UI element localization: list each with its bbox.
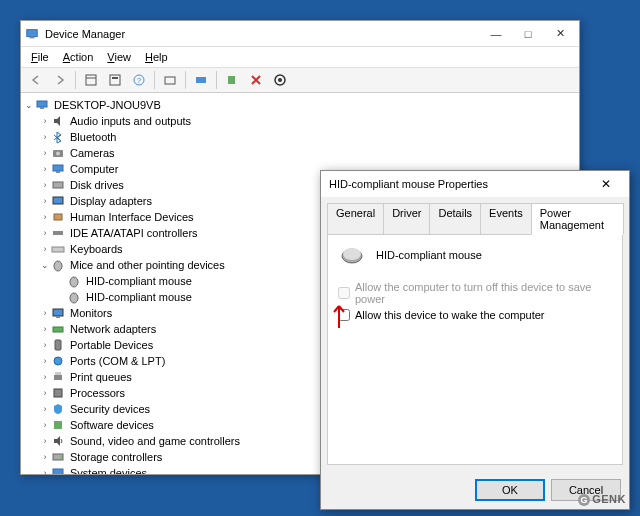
expand-icon[interactable]	[55, 275, 67, 287]
system-icon	[51, 466, 65, 474]
show-hide-button[interactable]	[80, 69, 102, 91]
expand-icon[interactable]: ›	[39, 131, 51, 143]
svg-point-26	[70, 293, 78, 303]
tree-label: Cameras	[68, 147, 117, 159]
expand-icon[interactable]: ›	[39, 211, 51, 223]
tab-events[interactable]: Events	[480, 203, 532, 234]
expand-icon[interactable]: ›	[39, 403, 51, 415]
print-icon	[51, 370, 65, 384]
expand-icon[interactable]: ⌄	[39, 259, 51, 271]
maximize-button[interactable]: □	[513, 24, 543, 44]
expand-icon[interactable]: ›	[39, 147, 51, 159]
tab-driver[interactable]: Driver	[383, 203, 430, 234]
expand-icon[interactable]: ›	[39, 355, 51, 367]
tree-label: Network adapters	[68, 323, 158, 335]
svg-rect-38	[53, 469, 63, 474]
expand-icon[interactable]: ›	[39, 163, 51, 175]
expand-icon[interactable]: ›	[39, 371, 51, 383]
tree-label: Storage controllers	[68, 451, 164, 463]
expand-icon[interactable]: ⌄	[23, 99, 35, 111]
svg-rect-34	[54, 389, 62, 397]
tree-label: DESKTOP-JNOU9VB	[52, 99, 163, 111]
hid-icon	[51, 210, 65, 224]
properties-button[interactable]	[104, 69, 126, 91]
menu-file[interactable]: File	[25, 49, 55, 65]
properties-dialog: HID-compliant mouse Properties ✕ General…	[320, 170, 630, 510]
tab-power-management[interactable]: Power Management	[531, 203, 624, 235]
tree-label: Bluetooth	[68, 131, 118, 143]
tree-item[interactable]: › Cameras	[23, 145, 577, 161]
uninstall-button[interactable]	[245, 69, 267, 91]
svg-rect-35	[54, 421, 62, 429]
network-icon	[51, 322, 65, 336]
tree-label: Software devices	[68, 419, 156, 431]
svg-rect-18	[56, 171, 60, 173]
svg-rect-30	[55, 340, 61, 350]
expand-icon[interactable]: ›	[39, 227, 51, 239]
display-icon	[51, 194, 65, 208]
menu-view[interactable]: View	[101, 49, 137, 65]
checkbox-allow-wake[interactable]: Allow this device to wake the computer	[338, 309, 612, 321]
expand-icon[interactable]	[55, 291, 67, 303]
close-button[interactable]: ✕	[545, 24, 575, 44]
ports-icon	[51, 354, 65, 368]
menu-action[interactable]: Action	[57, 49, 100, 65]
dialog-titlebar[interactable]: HID-compliant mouse Properties ✕	[321, 171, 629, 197]
tool-icon[interactable]	[159, 69, 181, 91]
expand-icon[interactable]: ›	[39, 435, 51, 447]
tree-item[interactable]: › Bluetooth	[23, 129, 577, 145]
sound-icon	[51, 434, 65, 448]
keyboard-icon	[51, 242, 65, 256]
bluetooth-icon	[51, 130, 65, 144]
help-button[interactable]: ?	[128, 69, 150, 91]
svg-rect-29	[53, 327, 63, 332]
svg-rect-21	[54, 214, 62, 220]
ok-button[interactable]: OK	[475, 479, 545, 501]
tab-details[interactable]: Details	[429, 203, 481, 234]
expand-icon[interactable]: ›	[39, 451, 51, 463]
minimize-button[interactable]: —	[481, 24, 511, 44]
tree-label: Keyboards	[68, 243, 125, 255]
disk-icon	[51, 178, 65, 192]
svg-rect-10	[228, 76, 235, 84]
forward-button[interactable]	[49, 69, 71, 91]
tree-label: Print queues	[68, 371, 134, 383]
expand-icon[interactable]: ›	[39, 195, 51, 207]
svg-rect-9	[196, 77, 206, 83]
checkbox-wake-input[interactable]	[338, 309, 350, 321]
computer-icon	[35, 98, 49, 112]
menu-help[interactable]: Help	[139, 49, 174, 65]
close-icon[interactable]: ✕	[591, 173, 621, 195]
svg-rect-14	[40, 107, 44, 109]
svg-rect-27	[53, 309, 63, 316]
expand-icon[interactable]: ›	[39, 419, 51, 431]
back-button[interactable]	[25, 69, 47, 91]
expand-icon[interactable]: ›	[39, 339, 51, 351]
expand-icon[interactable]: ›	[39, 243, 51, 255]
expand-icon[interactable]: ›	[39, 179, 51, 191]
expand-icon[interactable]: ›	[39, 115, 51, 127]
tree-label: Ports (COM & LPT)	[68, 355, 167, 367]
update-button[interactable]	[221, 69, 243, 91]
expand-icon[interactable]: ›	[39, 323, 51, 335]
titlebar[interactable]: Device Manager — □ ✕	[21, 21, 579, 47]
expand-icon[interactable]: ›	[39, 467, 51, 474]
audio-icon	[51, 114, 65, 128]
svg-point-12	[278, 78, 282, 82]
tab-strip: General Driver Details Events Power Mana…	[321, 197, 629, 234]
tab-general[interactable]: General	[327, 203, 384, 234]
window-title: Device Manager	[45, 28, 481, 40]
expand-icon[interactable]: ›	[39, 387, 51, 399]
mouse-icon	[51, 258, 65, 272]
disable-button[interactable]	[269, 69, 291, 91]
device-name-label: HID-compliant mouse	[376, 249, 482, 261]
svg-point-37	[60, 456, 62, 458]
tree-item[interactable]: › Audio inputs and outputs	[23, 113, 577, 129]
svg-rect-20	[53, 197, 63, 204]
scan-button[interactable]	[190, 69, 212, 91]
svg-rect-2	[86, 75, 96, 85]
checkbox-turnoff-input	[338, 287, 350, 299]
expand-icon[interactable]: ›	[39, 307, 51, 319]
monitor-icon	[51, 306, 65, 320]
tree-item[interactable]: ⌄ DESKTOP-JNOU9VB	[23, 97, 577, 113]
